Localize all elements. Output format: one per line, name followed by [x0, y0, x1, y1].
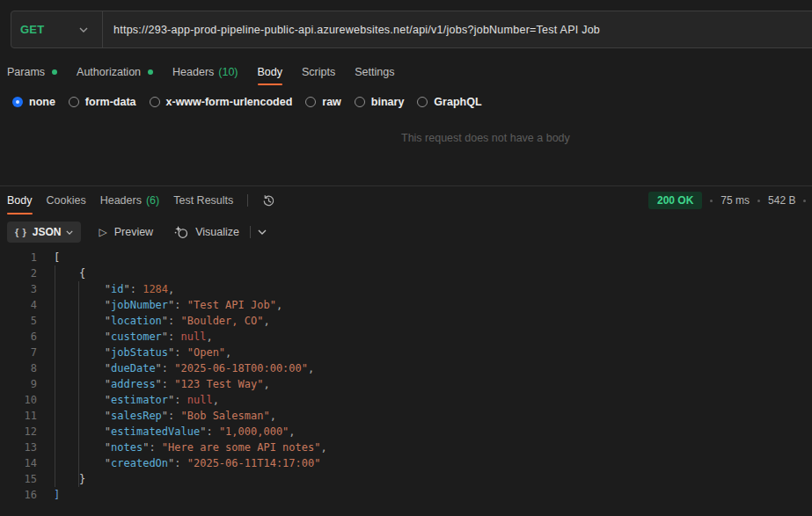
line-number: 7	[0, 345, 37, 360]
format-selector[interactable]: { } JSON	[7, 222, 81, 243]
response-tab-cookies[interactable]: Cookies	[47, 187, 86, 214]
body-type-binary[interactable]: binary	[355, 96, 405, 108]
line-number: 2	[0, 265, 37, 281]
status-badge: 200 OK	[648, 192, 702, 209]
tab-headers[interactable]: Headers(10)	[172, 58, 238, 85]
response-body-json[interactable]: 1[2 {3 "id": 1284,4 "jobNumber": "Test A…	[0, 250, 812, 503]
body-type-label: x-www-form-urlencoded	[166, 96, 293, 108]
response-tab-test-results[interactable]: Test Results	[173, 187, 233, 214]
response-tabs: BodyCookiesHeaders(6)Test Results	[7, 187, 275, 214]
line-number: 10	[0, 392, 37, 408]
code-line: 9 "address": "123 Test Way",	[0, 376, 812, 392]
method-selector[interactable]: GET	[11, 11, 102, 47]
radio-icon	[355, 97, 365, 107]
format-label: JSON	[33, 226, 62, 238]
separator-dot	[803, 200, 806, 202]
line-number: 13	[0, 440, 37, 455]
braces-icon: { }	[15, 227, 27, 237]
body-type-label: form-data	[85, 96, 136, 108]
code-line: 6 "customer": null,	[0, 329, 812, 345]
code-line: 11 "salesRep": "Bob Salesman",	[0, 408, 812, 424]
method-label: GET	[20, 23, 44, 36]
code-line: 2 {	[0, 265, 812, 281]
code-line: 7 "jobStatus": "Open",	[0, 345, 812, 360]
separator-dot	[757, 200, 760, 202]
body-type-label: raw	[322, 96, 341, 108]
tab-label: Body	[258, 66, 283, 78]
line-number: 6	[0, 329, 37, 345]
code-line: 1[	[0, 250, 812, 265]
radio-icon	[417, 97, 428, 107]
separator-dot	[710, 200, 713, 202]
request-tabs: ParamsAuthorizationHeaders(10)BodyScript…	[7, 58, 394, 85]
divider	[247, 194, 248, 207]
preview-button[interactable]: ▷ Preview	[99, 226, 153, 238]
radio-icon	[69, 97, 79, 107]
body-type-label: binary	[371, 96, 405, 108]
response-tab-headers[interactable]: Headers(6)	[100, 187, 160, 214]
history-icon[interactable]	[262, 194, 275, 207]
tab-label: Authorization	[77, 66, 141, 78]
code-line: 10 "estimator": null,	[0, 392, 812, 408]
sparkle-icon	[174, 225, 188, 239]
body-type-raw[interactable]: raw	[305, 96, 341, 108]
tab-count: (10)	[218, 66, 238, 78]
radio-icon	[12, 97, 23, 107]
play-icon: ▷	[99, 226, 106, 238]
response-time: 75 ms	[721, 194, 750, 207]
line-number: 4	[0, 297, 37, 313]
url-input[interactable]: https://293-app-prod-pipeline-public-api…	[103, 24, 600, 36]
code-line: 3 "id": 1284,	[0, 281, 812, 297]
radio-icon	[150, 97, 160, 107]
tab-label: Headers	[172, 66, 214, 78]
radio-icon	[305, 97, 316, 107]
code-line: 14 "createdOn": "2025-06-11T14:17:00"	[0, 455, 812, 471]
body-type-graphql[interactable]: GraphQL	[417, 96, 481, 108]
body-type-x-www-form-urlencoded[interactable]: x-www-form-urlencoded	[150, 96, 293, 108]
preview-label: Preview	[114, 226, 153, 238]
line-number: 8	[0, 360, 37, 376]
code-line: 4 "jobNumber": "Test API Job",	[0, 297, 812, 313]
response-meta: 200 OK 75 ms 542 B	[648, 187, 806, 214]
code-line: 12 "estimatedValue": "1,000,000",	[0, 424, 812, 440]
line-number: 16	[0, 487, 37, 503]
code-line: 13 "notes": "Here are some API notes",	[0, 440, 812, 455]
tab-scripts[interactable]: Scripts	[302, 58, 335, 85]
body-type-form-data[interactable]: form-data	[69, 96, 136, 108]
visualize-button[interactable]: Visualize	[174, 225, 239, 239]
tab-params[interactable]: Params	[7, 58, 57, 85]
tab-label: Test Results	[173, 194, 233, 207]
green-dot-icon	[52, 69, 57, 75]
tab-body[interactable]: Body	[258, 58, 283, 85]
green-dot-icon	[148, 69, 153, 75]
tab-label: Cookies	[47, 194, 86, 207]
code-line: 8 "dueDate": "2025-06-18T00:00:00",	[0, 360, 812, 376]
line-number: 1	[0, 250, 37, 265]
tab-label: Settings	[355, 66, 394, 78]
body-type-options: noneform-datax-www-form-urlencodedrawbin…	[12, 95, 482, 109]
response-viewer-toolbar: { } JSON ▷ Preview Visualize	[7, 221, 267, 243]
line-number: 5	[0, 313, 37, 329]
line-number: 11	[0, 408, 37, 424]
tab-label: Params	[7, 66, 45, 78]
tab-label: Body	[7, 194, 33, 207]
chevron-down-icon	[79, 27, 88, 33]
tab-authorization[interactable]: Authorization	[77, 58, 153, 85]
code-line: 5 "location": "Boulder, CO",	[0, 313, 812, 329]
line-number: 3	[0, 281, 37, 297]
tab-settings[interactable]: Settings	[355, 58, 394, 85]
chevron-down-icon	[66, 230, 73, 235]
tab-label: Headers	[100, 194, 142, 207]
visualize-label: Visualize	[195, 226, 239, 238]
pane-divider	[0, 185, 812, 186]
line-number: 12	[0, 424, 37, 440]
line-number: 14	[0, 455, 37, 471]
chevron-down-icon[interactable]	[258, 229, 267, 235]
body-type-none[interactable]: none	[12, 96, 55, 108]
divider	[250, 226, 251, 238]
line-number: 9	[0, 376, 37, 392]
tab-count: (6)	[146, 194, 159, 207]
tab-label: Scripts	[302, 66, 335, 78]
response-tab-body[interactable]: Body	[7, 187, 33, 214]
response-size: 542 B	[768, 194, 795, 207]
